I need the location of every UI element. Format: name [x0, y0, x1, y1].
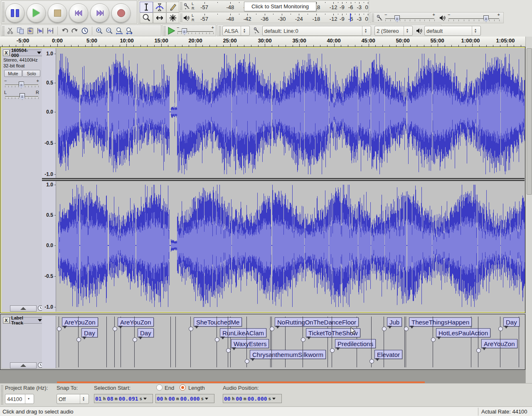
time-digit[interactable]: 0: [119, 396, 122, 402]
label-handle-icon[interactable]: [330, 348, 335, 353]
time-digit[interactable]: m: [243, 396, 247, 401]
label-text[interactable]: AreYouZon: [481, 339, 517, 348]
meter-grip[interactable]: [180, 2, 182, 10]
time-digit[interactable]: 0: [197, 396, 200, 402]
label-anchor-line[interactable]: [134, 317, 135, 367]
time-digit[interactable]: .: [125, 396, 128, 402]
solo-button[interactable]: Solo: [22, 70, 40, 77]
time-digit[interactable]: h: [103, 396, 106, 401]
track-collapse-button[interactable]: [10, 305, 37, 312]
time-digit[interactable]: s: [268, 396, 272, 401]
time-digit[interactable]: 0: [190, 396, 193, 402]
label-text[interactable]: ChrysanthemumSilkworm: [250, 350, 326, 359]
edit-grip[interactable]: [2, 26, 5, 35]
label-anchor-line[interactable]: [332, 317, 332, 367]
tool-draw[interactable]: [166, 2, 180, 12]
tool-timeshift[interactable]: [153, 12, 166, 23]
forward-button[interactable]: [90, 3, 109, 22]
label-text[interactable]: Day: [81, 328, 98, 337]
label-handle-icon[interactable]: [476, 348, 481, 353]
time-digit[interactable]: 0: [160, 396, 163, 402]
meter-grip[interactable]: [180, 14, 182, 22]
output-volume-slider[interactable]: −+: [448, 15, 499, 23]
label-anchor-line[interactable]: [217, 317, 217, 367]
playback-meter[interactable]: LR-57-48-42-36-30-24-18-12-9-6-30: [179, 12, 369, 23]
time-digit[interactable]: 9: [132, 396, 135, 402]
pan-slider-widget[interactable]: LR: [5, 92, 38, 101]
time-digit[interactable]: 0: [180, 396, 184, 402]
label-text[interactable]: NoRuttingOnTheDanceFloor: [275, 317, 359, 327]
label-anchor-line[interactable]: [500, 317, 500, 367]
label-text[interactable]: AreYouZon: [118, 317, 154, 327]
label-anchor-line[interactable]: [433, 317, 433, 367]
label-anchor-line[interactable]: [384, 317, 384, 367]
time-digit[interactable]: 0: [236, 396, 239, 402]
input-channels-select[interactable]: 2 (Stereo▲▼: [374, 26, 413, 36]
time-digit[interactable]: 1: [135, 396, 138, 402]
label-anchor-line[interactable]: [114, 317, 115, 367]
time-digit[interactable]: s: [201, 396, 204, 401]
spinner-icon[interactable]: ▲▼: [241, 26, 248, 35]
label-anchor-line[interactable]: [78, 317, 79, 367]
dropdown-arrow-icon[interactable]: [143, 398, 147, 400]
label-anchor-line[interactable]: [190, 317, 191, 367]
selection-grip[interactable]: [1, 385, 3, 405]
redo-button[interactable]: [70, 26, 80, 36]
time-digit[interactable]: 0: [193, 396, 197, 402]
label-handle-icon[interactable]: [498, 327, 503, 331]
label-handle-icon[interactable]: [57, 327, 62, 331]
slider-thumb[interactable]: [182, 28, 187, 35]
project-rate-select[interactable]: 44100▼: [5, 394, 34, 404]
timeline-ruler[interactable]: -5:000:005:0010:0015:0020:0025:0030:0035…: [0, 37, 525, 47]
time-digit[interactable]: 0: [157, 396, 160, 402]
selection-length-field[interactable]: 00 h 00 m 00.000 s: [155, 394, 214, 403]
radio-length[interactable]: [180, 384, 186, 391]
spinner-icon[interactable]: ▲▼: [472, 26, 479, 35]
label-text[interactable]: WaxyEsters: [231, 339, 269, 348]
spinner-icon[interactable]: ▲▼: [80, 394, 87, 404]
time-digit[interactable]: 1: [99, 396, 102, 402]
label-text[interactable]: Predilections: [335, 339, 376, 348]
dropdown-arrow-icon[interactable]: [205, 398, 208, 400]
label-anchor-line[interactable]: [228, 317, 228, 367]
tool-multi[interactable]: [166, 12, 180, 23]
spinner-icon[interactable]: ▲▼: [362, 26, 369, 35]
trim-button[interactable]: [35, 26, 45, 36]
label-handle-icon[interactable]: [301, 337, 305, 342]
label-anchor-line[interactable]: [406, 317, 406, 367]
zoomfit-button[interactable]: [124, 26, 134, 36]
label-text[interactable]: SheTouchedMe: [194, 317, 242, 327]
play-button[interactable]: [27, 3, 46, 22]
label-handle-icon[interactable]: [113, 327, 117, 331]
time-digit[interactable]: 0: [107, 396, 110, 402]
label-text[interactable]: AreYouZon: [62, 317, 98, 327]
time-digit[interactable]: 0: [183, 396, 187, 402]
record-button[interactable]: [111, 3, 131, 22]
silence-button[interactable]: [45, 26, 55, 36]
time-digit[interactable]: 0: [172, 396, 175, 402]
scrollbar-thumb[interactable]: [527, 48, 532, 195]
time-digit[interactable]: h: [164, 396, 168, 401]
label-handle-icon[interactable]: [431, 337, 436, 342]
track-title-menu[interactable]: 160504-000: [10, 50, 43, 56]
host-select[interactable]: ALSA▲▼: [222, 26, 250, 36]
time-digit[interactable]: 0: [239, 396, 242, 402]
label-handle-icon[interactable]: [404, 327, 409, 331]
paste-button[interactable]: [25, 26, 35, 36]
audio-position-field[interactable]: 00 h 00 m 00.000 s: [223, 394, 282, 403]
label-handle-icon[interactable]: [382, 327, 387, 331]
label-text[interactable]: RunLikeAClam: [220, 328, 266, 337]
tool-zoom[interactable]: [140, 12, 153, 23]
pause-button[interactable]: [5, 3, 25, 22]
time-digit[interactable]: 0: [122, 396, 125, 402]
time-digit[interactable]: .: [187, 396, 190, 402]
label-handle-icon[interactable]: [369, 359, 374, 364]
radio-end[interactable]: [156, 384, 163, 391]
label-track-title-menu[interactable]: Label Track: [10, 317, 44, 324]
label-anchor-line[interactable]: [59, 317, 59, 367]
slider-thumb[interactable]: [19, 82, 24, 88]
recording-meter[interactable]: LR-57-48-42-36-30-24-18-12-9-6-30Click t…: [179, 0, 369, 12]
time-digit[interactable]: 0: [251, 396, 254, 402]
snap-to-select[interactable]: Off▲▼: [57, 394, 89, 404]
dropdown-arrow-icon[interactable]: [272, 398, 276, 400]
